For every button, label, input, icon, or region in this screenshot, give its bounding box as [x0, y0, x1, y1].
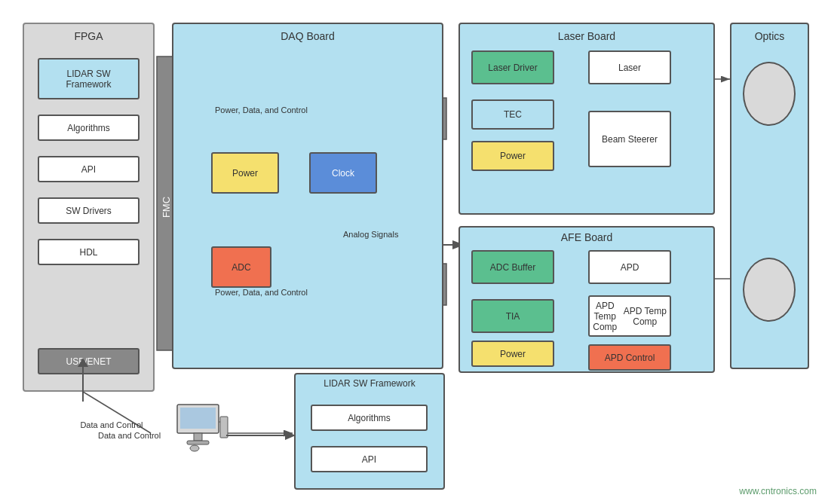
tia-box: TIA — [471, 299, 554, 333]
daq-power-box: Power — [211, 152, 279, 194]
svg-point-23 — [190, 445, 199, 451]
laser-label: Laser — [618, 63, 641, 73]
daq-power-label: Power — [232, 168, 258, 179]
laser-power-label: Power — [500, 151, 526, 161]
laser-board: Laser Board Laser Driver TEC Power Laser… — [458, 23, 715, 215]
tia-label: TIA — [506, 311, 520, 322]
bottom-api-box: API — [311, 446, 428, 472]
svg-text:Data and Control: Data and Control — [80, 420, 143, 429]
api-box: API — [38, 156, 140, 182]
watermark: www.cntronics.com — [739, 486, 817, 496]
algorithms-box: Algorithms — [38, 115, 140, 141]
apd-control-label: APD Control — [605, 353, 655, 363]
clock-label: Clock — [332, 168, 354, 179]
laser-driver-label: Laser Driver — [488, 63, 537, 73]
svg-rect-19 — [180, 408, 216, 429]
optics-panel: Optics — [730, 23, 809, 369]
hdl-label: HDL — [79, 247, 97, 258]
afe-power-box: Power — [471, 341, 554, 367]
fpga-board: FPGA LIDAR SW Framework Algorithms API S… — [23, 23, 155, 392]
sw-drivers-label: SW Drivers — [66, 206, 112, 216]
optic-bottom — [743, 258, 796, 322]
svg-marker-28 — [285, 431, 296, 440]
bottom-api-label: API — [362, 454, 376, 465]
apd-temp-comp-label: APD Temp Comp — [590, 301, 620, 332]
apd-control-box: APD Control — [588, 344, 671, 371]
lidar-sw-label: LIDAR SW Framework — [66, 69, 111, 90]
svg-rect-21 — [187, 441, 209, 444]
laser-power-box: Power — [471, 141, 554, 171]
clock-box: Clock — [309, 152, 377, 194]
api-label: API — [81, 164, 96, 175]
svg-marker-26 — [78, 358, 88, 367]
lidar-sw-bottom-label: LIDAR SW Framework — [324, 378, 415, 389]
usb-arrow-up — [72, 358, 94, 403]
computer-to-lidar-arrow — [226, 428, 298, 443]
tec-box: TEC — [471, 99, 554, 130]
analog-signals-label: Analog Signals — [343, 230, 398, 239]
pdc-bottom-label: Power, Data, and Control — [215, 288, 308, 297]
apd-box: APD — [588, 250, 671, 284]
adc-buffer-box: ADC Buffer — [471, 250, 554, 284]
optic-top — [743, 62, 796, 126]
sw-drivers-box: SW Drivers — [38, 197, 140, 224]
laser-driver-box: Laser Driver — [471, 50, 554, 84]
laser-board-label: Laser Board — [558, 30, 615, 42]
daq-label: DAQ Board — [281, 30, 335, 42]
adc-label: ADC — [232, 262, 250, 273]
pdc-top-label: Power, Data, and Control — [215, 105, 308, 115]
afe-power-label: Power — [500, 349, 526, 359]
data-control-label: Data and Control — [98, 431, 161, 440]
lidar-sw-bottom-board: LIDAR SW Framework Algorithms API — [294, 373, 445, 490]
laser-box: Laser — [588, 50, 671, 84]
optics-label: Optics — [755, 30, 785, 42]
apd-temp-comp-box: APD Temp CompAPD Temp Comp — [588, 295, 671, 337]
daq-board: DAQ Board Power Clock ADC — [172, 23, 443, 369]
bottom-algorithms-box: Algorithms — [311, 405, 428, 431]
tec-label: TEC — [504, 109, 522, 120]
adc-box: ADC — [211, 246, 271, 288]
svg-text:FMC: FMC — [161, 197, 172, 218]
diagram-container: FMC Data and Control FPGA LIDAR SW Frame… — [0, 0, 828, 504]
computer-icon — [173, 403, 230, 452]
beam-steerer-label: Beam Steerer — [602, 134, 658, 145]
bottom-algorithms-label: Algorithms — [348, 413, 391, 423]
afe-board-label: AFE Board — [561, 231, 612, 243]
beam-steerer-box: Beam Steerer — [588, 111, 671, 167]
afe-board: AFE Board ADC Buffer TIA Power APD APD T… — [458, 226, 715, 373]
lidar-sw-framework-box: LIDAR SW Framework — [38, 58, 140, 99]
adc-buffer-label: ADC Buffer — [490, 262, 535, 273]
algorithms-label: Algorithms — [67, 123, 110, 133]
fpga-label: FPGA — [74, 30, 103, 42]
svg-rect-20 — [194, 433, 202, 441]
hdl-box: HDL — [38, 239, 140, 265]
apd-label: APD — [621, 262, 639, 273]
